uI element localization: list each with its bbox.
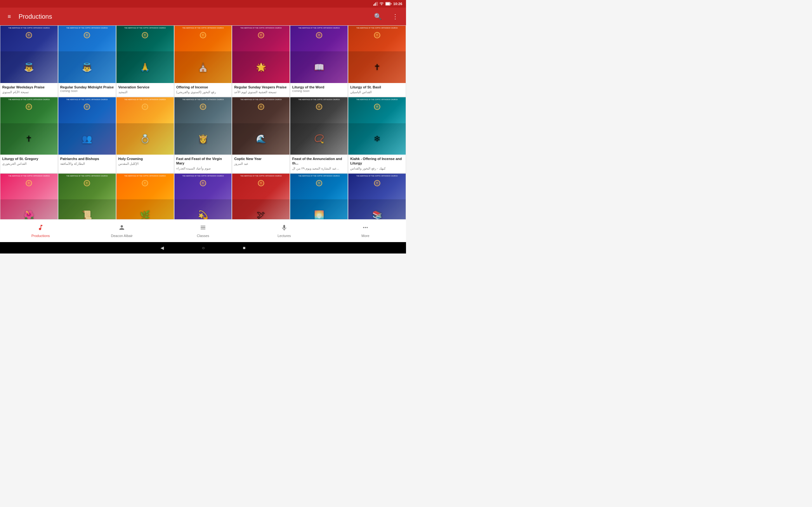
grid-item-19[interactable]: THE HERITAGE OF THE COPTIC ORTHODOX CHUR…	[232, 173, 290, 219]
app-bar: ≡ Productions 🔍 ⋮	[0, 8, 406, 25]
content-area: THE HERITAGE OF THE COPTIC ORTHODOX CHUR…	[0, 25, 406, 219]
wifi-icon	[379, 2, 384, 6]
item-title-1: Regular Weekdays Praise	[2, 85, 56, 89]
home-button[interactable]: ○	[202, 245, 205, 250]
nav-label-deacon: Deacon Albair	[111, 234, 133, 238]
item-title-4: Offering of Incense	[176, 85, 230, 89]
svg-rect-0	[373, 4, 374, 6]
item-title-2: Regular Sunday Midnight Praise	[60, 85, 114, 89]
menu-button[interactable]: ≡	[5, 11, 14, 22]
grid-item-9[interactable]: THE HERITAGE OF THE COPTIC ORTHODOX CHUR…	[58, 97, 116, 173]
grid-item-8[interactable]: THE HERITAGE OF THE COPTIC ORTHODOX CHUR…	[0, 97, 58, 173]
grid-item-6[interactable]: THE HERITAGE OF THE COPTIC ORTHODOX CHUR…	[290, 25, 348, 97]
item-title-11: Fast and Feast of the Virgin Mary	[176, 157, 230, 166]
nav-item-productions[interactable]: Productions	[0, 220, 81, 242]
item-subtitle-3: التمجيد	[118, 90, 172, 94]
item-subtitle-5: تسبحة العشية السنوي ليوم الأحد	[234, 90, 288, 94]
nav-label-productions: Productions	[32, 234, 50, 238]
grid-item-11[interactable]: THE HERITAGE OF THE COPTIC ORTHODOX CHUR…	[174, 97, 232, 173]
nav-label-lectures: Lectures	[277, 234, 291, 238]
item-title-9: Patriarchs and Bishops	[60, 157, 114, 161]
svg-rect-1	[374, 3, 375, 6]
item-title-5: Regular Sunday Vespers Praise	[234, 85, 288, 89]
item-subtitle-4: رفع البخور (السنوي والفريحي)	[176, 90, 230, 94]
grid-item-12[interactable]: THE HERITAGE OF THE COPTIC ORTHODOX CHUR…	[232, 97, 290, 173]
item-title-12: Coptic New Year	[234, 157, 288, 161]
nav-label-more: More	[361, 234, 369, 238]
grid-item-13[interactable]: THE HERITAGE OF THE COPTIC ORTHODOX CHUR…	[290, 97, 348, 173]
item-title-7: Liturgy of St. Basil	[350, 85, 404, 89]
item-subtitle-13: عيد البشارة المجيد ويوم ٢٩ من ال...	[292, 166, 346, 170]
item-title-13: Feast of the Annunciation and th...	[292, 157, 346, 166]
item-subtitle-11: صوم وأعياد السيدة العذراء	[176, 166, 230, 170]
grid-item-4[interactable]: THE HERITAGE OF THE COPTIC ORTHODOX CHUR…	[174, 25, 232, 97]
status-time: 10:26	[393, 2, 402, 6]
battery-icon	[386, 2, 392, 6]
grid-item-10[interactable]: THE HERITAGE OF THE COPTIC ORTHODOX CHUR…	[116, 97, 174, 173]
grid-item-3[interactable]: THE HERITAGE OF THE COPTIC ORTHODOX CHUR…	[116, 25, 174, 97]
item-subtitle-8: القداس الغريغوري	[2, 162, 56, 166]
nav-item-classes[interactable]: Classes	[162, 220, 244, 242]
item-subtitle-12: عيد النيروز	[234, 162, 288, 166]
grid-item-21[interactable]: THE HERITAGE OF THE COPTIC ORTHODOX CHUR…	[348, 173, 406, 219]
grid-item-14[interactable]: THE HERITAGE OF THE COPTIC ORTHODOX CHUR…	[348, 97, 406, 173]
nav-icon-lectures	[281, 224, 288, 233]
nav-icon-productions	[37, 224, 44, 233]
recents-button[interactable]: ■	[243, 245, 246, 250]
nav-icon-deacon	[118, 224, 125, 233]
back-button[interactable]: ◀	[160, 245, 164, 250]
grid-item-7[interactable]: THE HERITAGE OF THE COPTIC ORTHODOX CHUR…	[348, 25, 406, 97]
status-bar: 10:26	[0, 0, 406, 8]
signal-icon	[373, 2, 378, 6]
grid-item-18[interactable]: THE HERITAGE OF THE COPTIC ORTHODOX CHUR…	[174, 173, 232, 219]
nav-item-deacon[interactable]: Deacon Albair	[81, 220, 162, 242]
item-subtitle-10: الإكليل المقدس	[118, 162, 172, 166]
svg-rect-4	[377, 2, 378, 6]
item-subtitle-1: تسبحة الأيام السنوي	[2, 90, 56, 94]
item-title-14: Kiahk - Offering of Incense and Liturgy	[350, 157, 404, 166]
productions-grid: THE HERITAGE OF THE COPTIC ORTHODOX CHUR…	[0, 25, 406, 219]
item-title-6: Liturgy of the Word	[292, 85, 346, 89]
svg-rect-2	[375, 3, 376, 6]
page-title: Productions	[19, 13, 366, 20]
grid-item-15[interactable]: THE HERITAGE OF THE COPTIC ORTHODOX CHUR…	[0, 173, 58, 219]
nav-icon-classes	[200, 224, 206, 233]
item-title-3: Veneration Service	[118, 85, 172, 89]
grid-item-1[interactable]: THE HERITAGE OF THE COPTIC ORTHODOX CHUR…	[0, 25, 58, 97]
grid-item-17[interactable]: THE HERITAGE OF THE COPTIC ORTHODOX CHUR…	[116, 173, 174, 219]
nav-icon-more	[362, 224, 369, 233]
item-title-8: Liturgy of St. Gregory	[2, 157, 56, 161]
item-subtitle-7: القداس الباسيلي	[350, 90, 404, 94]
grid-item-5[interactable]: THE HERITAGE OF THE COPTIC ORTHODOX CHUR…	[232, 25, 290, 97]
item-subtitle-9: البطاركة والأساقفة	[60, 162, 114, 166]
status-icons: 10:26	[373, 2, 402, 6]
item-subtitle-14: كيهك - رفع البخور والقداس	[350, 166, 404, 170]
more-options-button[interactable]: ⋮	[390, 10, 401, 23]
nav-label-classes: Classes	[197, 234, 209, 238]
grid-item-20[interactable]: THE HERITAGE OF THE COPTIC ORTHODOX CHUR…	[290, 173, 348, 219]
grid-item-2[interactable]: THE HERITAGE OF THE COPTIC ORTHODOX CHUR…	[58, 25, 116, 97]
grid-item-16[interactable]: THE HERITAGE OF THE COPTIC ORTHODOX CHUR…	[58, 173, 116, 219]
nav-item-lectures[interactable]: Lectures	[244, 220, 325, 242]
svg-rect-7	[391, 3, 392, 4]
coming-soon-badge-6: Coming Soon	[292, 89, 346, 93]
svg-rect-6	[386, 3, 390, 5]
search-button[interactable]: 🔍	[371, 10, 385, 23]
system-bar: ◀ ○ ■	[0, 242, 406, 253]
svg-rect-3	[376, 2, 377, 6]
bottom-navigation: ProductionsDeacon AlbairClassesLecturesM…	[0, 219, 406, 242]
coming-soon-badge-2: Coming Soon	[60, 89, 114, 93]
item-title-10: Holy Crowning	[118, 157, 172, 161]
nav-item-more[interactable]: More	[325, 220, 406, 242]
